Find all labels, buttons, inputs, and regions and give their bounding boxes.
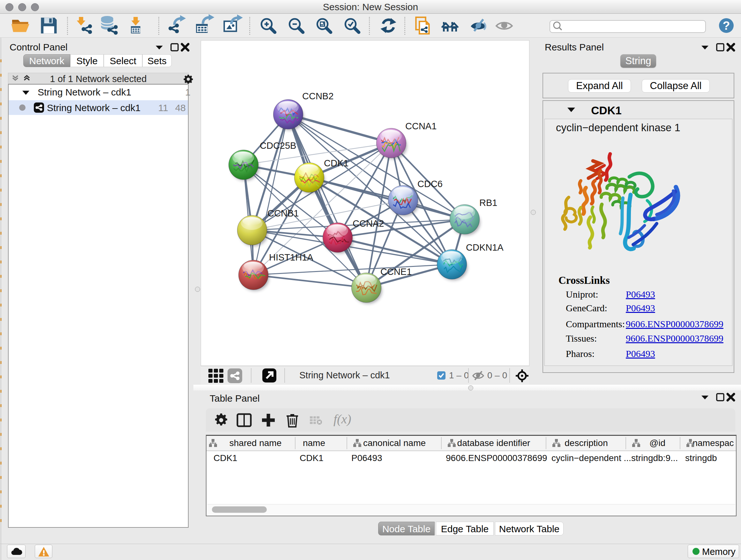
svg-text:CDK1: CDK1: [324, 158, 348, 168]
svg-text:CCNA1: CCNA1: [405, 121, 436, 131]
svg-text:CCNA2: CCNA2: [353, 219, 384, 229]
svg-text:CCNB1: CCNB1: [267, 208, 299, 219]
svg-text:CCNE1: CCNE1: [381, 266, 412, 277]
svg-text:HIST1H1A: HIST1H1A: [269, 252, 313, 262]
svg-text:CDKN1A: CDKN1A: [466, 242, 503, 253]
svg-text:CCNB2: CCNB2: [302, 91, 333, 101]
svg-text:CDC6: CDC6: [417, 179, 443, 189]
svg-text:RB1: RB1: [479, 198, 497, 208]
svg-text:?: ?: [723, 19, 730, 32]
svg-text:CDC25B: CDC25B: [260, 140, 296, 151]
